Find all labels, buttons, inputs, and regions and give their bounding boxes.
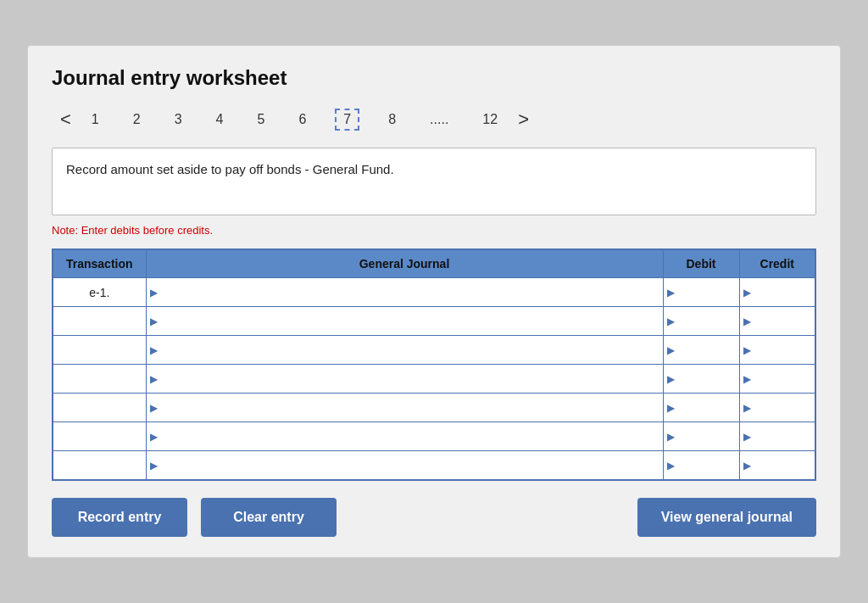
transaction-cell-4 bbox=[53, 394, 146, 422]
credit-cell-6: ▶ bbox=[739, 451, 815, 480]
journal-cell-6: ▶ bbox=[146, 451, 663, 480]
debit-cell-2: ▶ bbox=[663, 336, 739, 365]
credit-input-3[interactable] bbox=[740, 365, 815, 393]
nav-num-8[interactable]: 8 bbox=[383, 110, 401, 129]
table-row: ▶▶▶ bbox=[53, 422, 815, 451]
header-transaction: Transaction bbox=[53, 249, 146, 278]
journal-cell-4: ▶ bbox=[146, 394, 663, 422]
transaction-cell-6 bbox=[53, 451, 146, 480]
debit-arrow-icon: ▶ bbox=[667, 431, 675, 443]
debit-arrow-icon: ▶ bbox=[667, 373, 675, 385]
table-row: ▶▶▶ bbox=[53, 394, 815, 422]
credit-arrow-icon: ▶ bbox=[743, 287, 751, 299]
journal-input-1[interactable] bbox=[147, 307, 663, 335]
journal-input-4[interactable] bbox=[147, 394, 663, 422]
worksheet-container: Journal entry worksheet < 12345678.....1… bbox=[27, 45, 841, 558]
nav-num-7[interactable]: 7 bbox=[335, 109, 359, 131]
row-arrow-icon: ▶ bbox=[150, 344, 158, 356]
debit-input-5[interactable] bbox=[664, 422, 739, 450]
row-arrow-icon: ▶ bbox=[150, 373, 158, 385]
note-text: Note: Enter debits before credits. bbox=[52, 224, 816, 237]
nav-num-2[interactable]: 2 bbox=[128, 110, 146, 129]
row-arrow-icon: ▶ bbox=[150, 460, 158, 472]
journal-cell-3: ▶ bbox=[146, 365, 663, 394]
button-row: Record entry Clear entry View general jo… bbox=[52, 498, 816, 537]
page-title: Journal entry worksheet bbox=[52, 66, 816, 90]
credit-input-2[interactable] bbox=[740, 336, 815, 364]
credit-input-1[interactable] bbox=[740, 307, 815, 335]
journal-input-6[interactable] bbox=[147, 451, 663, 479]
credit-arrow-icon: ▶ bbox=[743, 402, 751, 414]
description-box: Record amount set aside to pay off bonds… bbox=[52, 148, 816, 215]
journal-input-5[interactable] bbox=[147, 422, 663, 450]
nav-num-3[interactable]: 3 bbox=[170, 110, 187, 129]
transaction-cell-3 bbox=[53, 365, 146, 394]
transaction-cell-2 bbox=[53, 336, 146, 365]
row-arrow-icon: ▶ bbox=[150, 431, 158, 443]
debit-input-6[interactable] bbox=[664, 451, 739, 479]
journal-cell-0: ▶ bbox=[146, 278, 663, 307]
header-debit: Debit bbox=[663, 249, 739, 278]
debit-input-1[interactable] bbox=[664, 307, 739, 335]
journal-cell-2: ▶ bbox=[146, 336, 663, 365]
debit-cell-3: ▶ bbox=[663, 365, 739, 394]
credit-cell-0: ▶ bbox=[739, 278, 815, 307]
credit-cell-3: ▶ bbox=[739, 365, 815, 394]
credit-input-5[interactable] bbox=[740, 422, 815, 450]
debit-input-2[interactable] bbox=[664, 336, 739, 364]
debit-cell-6: ▶ bbox=[663, 451, 739, 480]
debit-arrow-icon: ▶ bbox=[667, 460, 675, 472]
credit-cell-4: ▶ bbox=[739, 394, 815, 422]
debit-input-4[interactable] bbox=[664, 394, 739, 422]
debit-input-3[interactable] bbox=[664, 365, 739, 393]
view-general-journal-button[interactable]: View general journal bbox=[637, 498, 816, 537]
table-row: ▶▶▶ bbox=[53, 365, 815, 394]
debit-arrow-icon: ▶ bbox=[667, 287, 675, 299]
record-entry-button[interactable]: Record entry bbox=[52, 498, 187, 537]
journal-input-2[interactable] bbox=[147, 336, 663, 364]
credit-input-0[interactable] bbox=[740, 278, 815, 306]
debit-input-0[interactable] bbox=[664, 278, 739, 306]
header-credit: Credit bbox=[739, 249, 815, 278]
nav-num-1[interactable]: 1 bbox=[86, 110, 104, 129]
nav-num-5[interactable]: 5 bbox=[252, 110, 270, 129]
credit-arrow-icon: ▶ bbox=[743, 460, 751, 472]
row-arrow-icon: ▶ bbox=[150, 287, 158, 299]
debit-arrow-icon: ▶ bbox=[667, 402, 675, 414]
journal-input-3[interactable] bbox=[147, 365, 663, 393]
nav-num-12[interactable]: 12 bbox=[477, 110, 503, 129]
table-row: ▶▶▶ bbox=[53, 307, 815, 336]
nav-numbers: 12345678.....12 bbox=[86, 109, 503, 131]
table-row: ▶▶▶ bbox=[53, 336, 815, 365]
debit-cell-4: ▶ bbox=[663, 394, 739, 422]
credit-cell-2: ▶ bbox=[739, 336, 815, 365]
table-row: e-1.▶▶▶ bbox=[53, 278, 815, 307]
journal-cell-5: ▶ bbox=[146, 422, 663, 451]
credit-arrow-icon: ▶ bbox=[743, 431, 751, 443]
journal-table: Transaction General Journal Debit Credit… bbox=[52, 248, 816, 481]
credit-arrow-icon: ▶ bbox=[743, 373, 751, 385]
transaction-cell-1 bbox=[53, 307, 146, 336]
credit-input-4[interactable] bbox=[740, 394, 815, 422]
header-journal: General Journal bbox=[146, 249, 663, 278]
nav-num-.....[interactable]: ..... bbox=[425, 110, 453, 129]
credit-cell-5: ▶ bbox=[739, 422, 815, 451]
nav-next-button[interactable]: > bbox=[509, 105, 537, 134]
nav-row: < 12345678.....12 > bbox=[52, 105, 816, 134]
clear-entry-button[interactable]: Clear entry bbox=[201, 498, 337, 537]
nav-prev-button[interactable]: < bbox=[52, 105, 80, 134]
nav-num-6[interactable]: 6 bbox=[293, 110, 311, 129]
debit-cell-5: ▶ bbox=[663, 422, 739, 451]
row-arrow-icon: ▶ bbox=[150, 315, 158, 327]
transaction-cell-0: e-1. bbox=[53, 278, 146, 307]
journal-input-0[interactable] bbox=[147, 278, 663, 306]
journal-cell-1: ▶ bbox=[146, 307, 663, 336]
debit-cell-1: ▶ bbox=[663, 307, 739, 336]
debit-cell-0: ▶ bbox=[663, 278, 739, 307]
nav-num-4[interactable]: 4 bbox=[211, 110, 229, 129]
credit-arrow-icon: ▶ bbox=[743, 344, 751, 356]
debit-arrow-icon: ▶ bbox=[667, 344, 675, 356]
debit-arrow-icon: ▶ bbox=[667, 315, 675, 327]
table-header-row: Transaction General Journal Debit Credit bbox=[53, 249, 815, 278]
credit-input-6[interactable] bbox=[740, 451, 815, 479]
